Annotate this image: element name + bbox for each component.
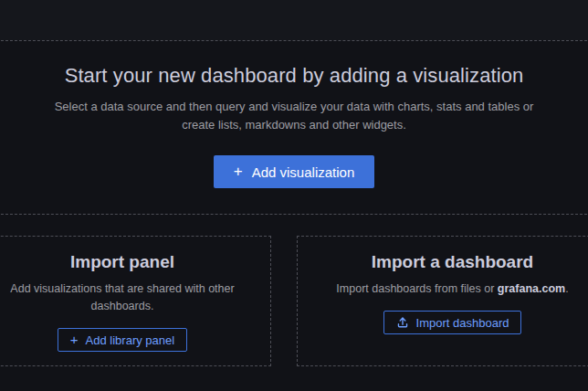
import-dashboard-label: Import dashboard xyxy=(416,316,509,330)
cta-description: Select a data source and then query and … xyxy=(44,98,544,134)
import-dashboard-button[interactable]: Import dashboard xyxy=(383,311,522,334)
new-dashboard-empty-state: Start your new dashboard by adding a vis… xyxy=(0,0,588,391)
add-library-panel-label: Add library panel xyxy=(86,333,175,347)
import-panel-description: Add visualizations that are shared with … xyxy=(0,280,247,315)
dashboard-toolbar-area xyxy=(0,0,588,40)
plus-icon: + xyxy=(234,164,243,179)
add-library-panel-button[interactable]: + Add library panel xyxy=(58,328,187,352)
import-dashboard-description-suffix: . xyxy=(565,282,568,295)
plus-icon: + xyxy=(70,333,79,346)
add-visualization-cta-panel: Start your new dashboard by adding a vis… xyxy=(0,40,588,215)
import-dashboard-description-prefix: Import dashboards from files or xyxy=(336,282,497,295)
import-panel-title: Import panel xyxy=(70,250,174,274)
cta-heading: Start your new dashboard by adding a vis… xyxy=(65,62,524,90)
import-dashboard-card: Import a dashboard Import dashboards fro… xyxy=(297,236,588,366)
import-dashboard-description: Import dashboards from files or grafana.… xyxy=(336,280,568,298)
grafana-com-text: grafana.com xyxy=(498,282,565,295)
import-panel-card: Import panel Add visualizations that are… xyxy=(0,236,271,366)
add-visualization-button[interactable]: + Add visualization xyxy=(214,155,375,188)
import-dashboard-title: Import a dashboard xyxy=(372,250,533,274)
upload-icon xyxy=(396,316,409,329)
add-visualization-label: Add visualization xyxy=(252,164,355,180)
